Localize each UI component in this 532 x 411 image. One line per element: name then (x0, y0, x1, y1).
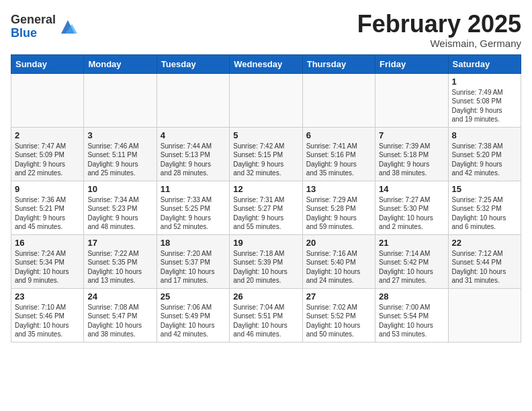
day-number: 18 (161, 238, 226, 248)
calendar-cell: 23Sunrise: 7:10 AM Sunset: 5:46 PM Dayli… (11, 288, 84, 342)
calendar-cell: 1Sunrise: 7:49 AM Sunset: 5:08 PM Daylig… (448, 73, 521, 127)
day-number: 11 (161, 184, 226, 194)
day-info: Sunrise: 7:22 AM Sunset: 5:35 PM Dayligh… (87, 249, 152, 285)
day-number: 17 (87, 238, 152, 248)
week-row-3: 9Sunrise: 7:36 AM Sunset: 5:21 PM Daylig… (11, 181, 521, 234)
calendar-cell: 22Sunrise: 7:12 AM Sunset: 5:44 PM Dayli… (448, 234, 521, 288)
day-info: Sunrise: 7:34 AM Sunset: 5:23 PM Dayligh… (87, 195, 152, 232)
calendar-cell: 20Sunrise: 7:16 AM Sunset: 5:40 PM Dayli… (302, 234, 375, 288)
day-number: 13 (306, 184, 371, 194)
logo-blue-text: Blue (11, 27, 56, 40)
weekday-header-monday: Monday (84, 54, 157, 73)
day-number: 21 (379, 238, 444, 248)
calendar-cell: 26Sunrise: 7:04 AM Sunset: 5:51 PM Dayli… (230, 288, 302, 342)
calendar-cell: 9Sunrise: 7:36 AM Sunset: 5:21 PM Daylig… (11, 181, 84, 234)
day-number: 27 (306, 291, 371, 302)
day-info: Sunrise: 7:33 AM Sunset: 5:25 PM Dayligh… (161, 195, 226, 232)
calendar-cell: 28Sunrise: 7:00 AM Sunset: 5:54 PM Dayli… (375, 288, 448, 342)
day-number: 20 (306, 238, 371, 248)
day-number: 4 (161, 130, 226, 140)
calendar-cell (375, 73, 448, 127)
day-info: Sunrise: 7:00 AM Sunset: 5:54 PM Dayligh… (379, 303, 444, 339)
calendar-cell: 2Sunrise: 7:47 AM Sunset: 5:09 PM Daylig… (11, 127, 84, 181)
weekday-header-sunday: Sunday (11, 54, 84, 73)
day-info: Sunrise: 7:06 AM Sunset: 5:49 PM Dayligh… (161, 303, 226, 339)
day-number: 26 (233, 291, 298, 302)
calendar-table: SundayMondayTuesdayWednesdayThursdayFrid… (11, 54, 521, 342)
calendar-cell (230, 73, 302, 127)
day-number: 24 (87, 291, 152, 302)
day-info: Sunrise: 7:10 AM Sunset: 5:46 PM Dayligh… (15, 303, 80, 339)
day-info: Sunrise: 7:49 AM Sunset: 5:08 PM Dayligh… (452, 88, 517, 124)
week-row-1: 1Sunrise: 7:49 AM Sunset: 5:08 PM Daylig… (11, 73, 521, 127)
logo: General Blue (11, 13, 77, 40)
calendar-cell: 4Sunrise: 7:44 AM Sunset: 5:13 PM Daylig… (157, 127, 229, 181)
calendar-cell: 14Sunrise: 7:27 AM Sunset: 5:30 PM Dayli… (375, 181, 448, 234)
day-info: Sunrise: 7:24 AM Sunset: 5:34 PM Dayligh… (15, 249, 80, 285)
day-info: Sunrise: 7:25 AM Sunset: 5:32 PM Dayligh… (452, 195, 517, 232)
day-info: Sunrise: 7:38 AM Sunset: 5:20 PM Dayligh… (452, 142, 517, 178)
day-number: 28 (379, 291, 444, 302)
day-info: Sunrise: 7:20 AM Sunset: 5:37 PM Dayligh… (161, 249, 226, 285)
day-info: Sunrise: 7:18 AM Sunset: 5:39 PM Dayligh… (233, 249, 298, 285)
calendar-cell (157, 73, 229, 127)
weekday-header-wednesday: Wednesday (230, 54, 302, 73)
day-info: Sunrise: 7:08 AM Sunset: 5:47 PM Dayligh… (87, 303, 152, 339)
calendar-cell (11, 73, 84, 127)
day-number: 19 (233, 238, 298, 248)
day-info: Sunrise: 7:42 AM Sunset: 5:15 PM Dayligh… (233, 142, 298, 178)
calendar-cell: 6Sunrise: 7:41 AM Sunset: 5:16 PM Daylig… (302, 127, 375, 181)
day-info: Sunrise: 7:31 AM Sunset: 5:27 PM Dayligh… (233, 195, 298, 232)
day-info: Sunrise: 7:27 AM Sunset: 5:30 PM Dayligh… (379, 195, 444, 232)
calendar-cell (302, 73, 375, 127)
calendar-cell: 17Sunrise: 7:22 AM Sunset: 5:35 PM Dayli… (84, 234, 157, 288)
day-info: Sunrise: 7:12 AM Sunset: 5:44 PM Dayligh… (452, 249, 517, 285)
page-header: General Blue February 2025 Weismain, Ger… (11, 11, 521, 49)
day-number: 6 (306, 130, 371, 140)
day-number: 5 (233, 130, 298, 140)
weekday-header-thursday: Thursday (302, 54, 375, 73)
month-title: February 2025 (357, 11, 521, 38)
calendar-cell: 27Sunrise: 7:02 AM Sunset: 5:52 PM Dayli… (302, 288, 375, 342)
calendar-cell (84, 73, 157, 127)
day-info: Sunrise: 7:14 AM Sunset: 5:42 PM Dayligh… (379, 249, 444, 285)
day-number: 1 (452, 77, 517, 87)
day-info: Sunrise: 7:44 AM Sunset: 5:13 PM Dayligh… (161, 142, 226, 178)
day-number: 9 (15, 184, 80, 194)
calendar-cell: 7Sunrise: 7:39 AM Sunset: 5:18 PM Daylig… (375, 127, 448, 181)
day-number: 14 (379, 184, 444, 194)
calendar-cell: 11Sunrise: 7:33 AM Sunset: 5:25 PM Dayli… (157, 181, 229, 234)
weekday-header-saturday: Saturday (448, 54, 521, 73)
logo-general-text: General (11, 13, 56, 27)
logo-icon (58, 17, 77, 36)
day-number: 8 (452, 130, 517, 140)
week-row-4: 16Sunrise: 7:24 AM Sunset: 5:34 PM Dayli… (11, 234, 521, 288)
day-number: 15 (452, 184, 517, 194)
day-info: Sunrise: 7:04 AM Sunset: 5:51 PM Dayligh… (233, 303, 298, 339)
calendar-cell: 12Sunrise: 7:31 AM Sunset: 5:27 PM Dayli… (230, 181, 302, 234)
calendar-cell (448, 288, 521, 342)
calendar-cell: 25Sunrise: 7:06 AM Sunset: 5:49 PM Dayli… (157, 288, 229, 342)
week-row-2: 2Sunrise: 7:47 AM Sunset: 5:09 PM Daylig… (11, 127, 521, 181)
calendar-cell: 5Sunrise: 7:42 AM Sunset: 5:15 PM Daylig… (230, 127, 302, 181)
day-number: 10 (87, 184, 152, 194)
day-number: 23 (15, 291, 80, 302)
calendar-cell: 8Sunrise: 7:38 AM Sunset: 5:20 PM Daylig… (448, 127, 521, 181)
calendar-cell: 18Sunrise: 7:20 AM Sunset: 5:37 PM Dayli… (157, 234, 229, 288)
day-info: Sunrise: 7:46 AM Sunset: 5:11 PM Dayligh… (87, 142, 152, 178)
day-number: 16 (15, 238, 80, 248)
calendar-cell: 19Sunrise: 7:18 AM Sunset: 5:39 PM Dayli… (230, 234, 302, 288)
day-number: 22 (452, 238, 517, 248)
location: Weismain, Germany (357, 38, 521, 49)
title-block: February 2025 Weismain, Germany (357, 11, 521, 49)
day-info: Sunrise: 7:41 AM Sunset: 5:16 PM Dayligh… (306, 142, 371, 178)
day-info: Sunrise: 7:39 AM Sunset: 5:18 PM Dayligh… (379, 142, 444, 178)
weekday-header-friday: Friday (375, 54, 448, 73)
day-info: Sunrise: 7:47 AM Sunset: 5:09 PM Dayligh… (15, 142, 80, 178)
day-info: Sunrise: 7:02 AM Sunset: 5:52 PM Dayligh… (306, 303, 371, 339)
calendar-cell: 24Sunrise: 7:08 AM Sunset: 5:47 PM Dayli… (84, 288, 157, 342)
day-number: 7 (379, 130, 444, 140)
day-info: Sunrise: 7:29 AM Sunset: 5:28 PM Dayligh… (306, 195, 371, 232)
day-info: Sunrise: 7:36 AM Sunset: 5:21 PM Dayligh… (15, 195, 80, 232)
calendar-cell: 15Sunrise: 7:25 AM Sunset: 5:32 PM Dayli… (448, 181, 521, 234)
